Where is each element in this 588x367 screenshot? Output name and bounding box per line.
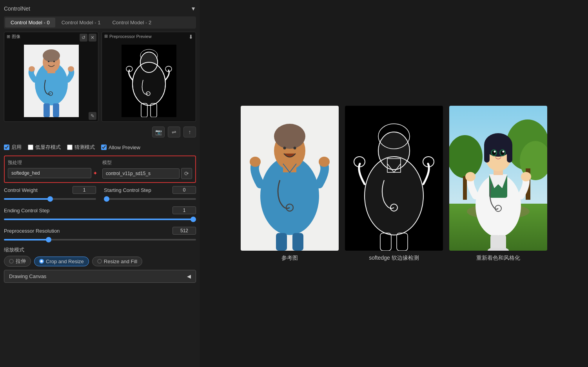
svg-point-9 (68, 66, 74, 72)
preprocessor-resolution-header: Preprocessor Resolution (4, 227, 196, 235)
collapse-icon[interactable]: ▼ (191, 5, 196, 12)
svg-point-40 (379, 132, 409, 169)
svg-rect-37 (292, 233, 303, 251)
svg-point-5 (48, 61, 49, 62)
enable-checkbox-item[interactable]: 启用 (4, 144, 22, 151)
starting-step-value[interactable] (172, 186, 196, 194)
starting-step-slider[interactable] (104, 198, 196, 200)
zoom-option-fill[interactable]: Resize and Fill (92, 257, 142, 266)
camera-btn[interactable]: 📷 (152, 127, 165, 137)
svg-rect-10 (44, 103, 50, 117)
preprocessor-preview-label: ⊞ Preprocessor Preview (104, 34, 152, 39)
image-edit-btn[interactable]: ✎ (89, 112, 96, 120)
tabs-container: Control Model - 0 Control Model - 1 Cont… (4, 16, 196, 29)
panel-header: ControlNet ▼ (4, 4, 196, 13)
allow-preview-checkbox-item[interactable]: Allow Preview (101, 145, 140, 150)
zoom-dot-inner (40, 260, 43, 262)
left-panel: ControlNet ▼ Control Model - 0 Control M… (0, 0, 200, 367)
starting-step-track (104, 195, 196, 202)
allow-preview-checkbox[interactable] (101, 145, 107, 150)
svg-point-34 (250, 157, 261, 167)
gallery-item-1: softedge 软边缘检测 (345, 106, 443, 262)
svg-rect-55 (463, 176, 467, 200)
tab-control-model-2[interactable]: Control Model - 2 (107, 18, 157, 27)
drawing-canvas-label: Drawing Canvas (9, 273, 46, 279)
preprocessor-select-row: softedge_hed canny depth openpose none ✦ (8, 168, 98, 178)
preprocessor-resolution-slider[interactable] (4, 239, 196, 240)
svg-point-70 (503, 150, 505, 152)
preprocessor-star-icon: ✦ (93, 170, 98, 176)
ending-step-slider[interactable] (4, 219, 196, 220)
checkbox-row: 启用 低显存模式 猜测模式 Allow Preview (4, 142, 196, 152)
ending-step-track (4, 216, 196, 223)
svg-rect-11 (53, 103, 59, 117)
ending-step-header: Ending Control Step (4, 206, 196, 214)
svg-point-72 (465, 172, 475, 181)
model-label: 模型 (102, 159, 192, 166)
image-upload-controls: ↺ ✕ (80, 34, 96, 42)
model-refresh-btn[interactable]: ⟳ (181, 168, 192, 179)
control-weight-col: Control Weight (4, 186, 96, 202)
guess-mode-checkbox[interactable] (67, 145, 73, 150)
zoom-radio-row: 拉伸 Crop and Resize Resize and Fill (4, 256, 196, 267)
zoom-section: 缩放模式 拉伸 Crop and Resize Resize and Fill (4, 246, 196, 267)
starting-step-header: Starting Control Step (104, 186, 196, 194)
zoom-dot-crop (39, 259, 44, 264)
enable-checkbox[interactable] (4, 145, 9, 150)
tab-control-model-0[interactable]: Control Model - 0 (5, 18, 55, 27)
preprocessor-col: 预处理 softedge_hed canny depth openpose no… (8, 159, 98, 179)
gallery-item-2: 重新着色和风格化 (449, 106, 547, 262)
svg-point-18 (133, 63, 165, 105)
model-col: 模型 control_v11p_sd15_s control_v11p_sd15… (102, 159, 192, 179)
svg-point-73 (521, 172, 531, 181)
image-upload-label: ⊞ 图像 (7, 34, 20, 40)
dual-slider-row: Control Weight Starting Control Step (4, 186, 196, 202)
zoom-dot-stretch (9, 259, 14, 264)
control-weight-header: Control Weight (4, 186, 96, 194)
model-select[interactable]: control_v11p_sd15_s control_v11p_sd15_ca… (102, 168, 180, 179)
preprocessor-preview-box: ⊞ Preprocessor Preview ⬇ (102, 32, 196, 122)
zoom-mode-label: 缩放模式 (4, 246, 196, 253)
gallery-img-2 (449, 106, 547, 251)
ending-step-label: Ending Control Step (4, 208, 49, 213)
low-memory-checkbox[interactable] (28, 145, 33, 150)
preprocessor-resolution-track (4, 236, 196, 243)
control-weight-value[interactable] (73, 186, 96, 194)
low-memory-checkbox-item[interactable]: 低显存模式 (28, 144, 61, 151)
model-section: 预处理 softedge_hed canny depth openpose no… (4, 155, 196, 183)
image-close-btn[interactable]: ✕ (89, 34, 96, 42)
sliders-section: Control Weight Starting Control Step (4, 186, 196, 243)
gallery-item-0: 参考图 (241, 106, 339, 262)
preprocessor-svg (122, 45, 176, 117)
ending-step-value[interactable] (172, 206, 196, 214)
panel-title: ControlNet (4, 5, 30, 12)
zoom-option-crop[interactable]: Crop and Resize (34, 257, 89, 266)
action-row: 📷 ⇌ ↑ (4, 125, 196, 139)
zoom-option-stretch[interactable]: 拉伸 (4, 256, 31, 267)
image-refresh-btn[interactable]: ↺ (80, 34, 87, 42)
preprocessor-resolution-label: Preprocessor Resolution (4, 228, 60, 234)
guess-mode-checkbox-item[interactable]: 猜测模式 (67, 144, 95, 151)
control-weight-track (4, 195, 96, 202)
gallery-caption-0: 参考图 (281, 255, 298, 262)
svg-point-30 (274, 124, 305, 149)
tab-control-model-1[interactable]: Control Model - 1 (56, 18, 106, 27)
upload-btn[interactable]: ↑ (183, 127, 196, 137)
model-select-row: control_v11p_sd15_s control_v11p_sd15_ca… (102, 168, 192, 179)
transfer-btn[interactable]: ⇌ (168, 127, 180, 137)
image-upload-box[interactable]: ⊞ 图像 ↺ ✕ (4, 32, 98, 122)
gallery-caption-2: 重新着色和风格化 (476, 255, 520, 262)
image-row: ⊞ 图像 ↺ ✕ (4, 32, 196, 122)
ending-step-row: Ending Control Step (4, 206, 196, 223)
svg-point-35 (319, 157, 330, 167)
control-weight-slider[interactable] (4, 198, 96, 200)
control-weight-label: Control Weight (4, 187, 38, 193)
svg-rect-64 (507, 143, 512, 163)
preprocessor-download-btn[interactable]: ⬇ (189, 34, 193, 40)
drawing-canvas-row[interactable]: Drawing Canvas ◀ (4, 270, 196, 283)
preprocessor-select[interactable]: softedge_hed canny depth openpose none (8, 168, 91, 178)
svg-point-6 (53, 61, 55, 62)
preprocessor-resolution-value[interactable] (172, 227, 196, 235)
gallery-img-0 (241, 106, 339, 251)
svg-rect-36 (276, 233, 287, 251)
